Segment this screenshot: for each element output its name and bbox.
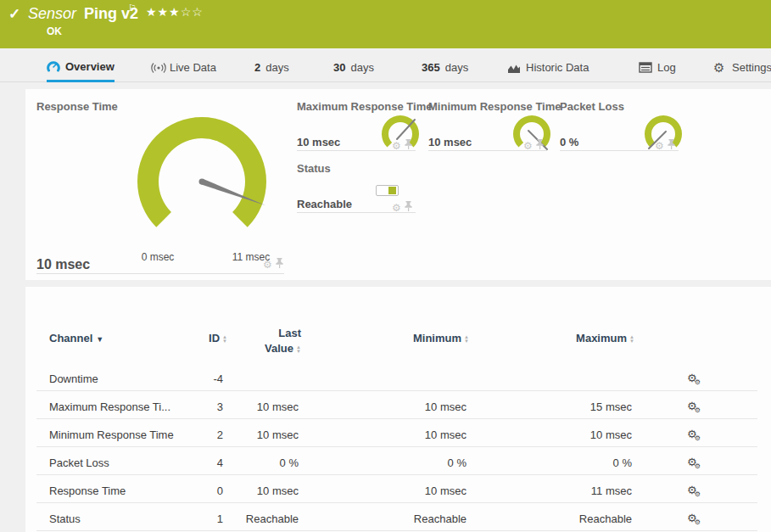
column-header-id[interactable]: ID▲▼ [176,332,227,344]
cell-maximum: Reachable [530,512,632,525]
tab-label: Overview [65,60,115,73]
sort-icon: ▲▼ [464,335,469,344]
channel-settings-icon[interactable]: ⚙⚙ [687,370,703,385]
tab-label: days [445,61,468,74]
gauge-min-response-value: 10 msec [428,136,472,148]
channel-settings-icon[interactable]: ⚙⚙ [687,398,703,413]
gauge-packet-loss-title: Packet Loss [560,100,624,113]
column-header-label: Last [278,327,301,339]
cell-channel: Maximum Response Ti... [49,400,170,413]
column-header-label: ID [209,332,220,344]
cell-channel: Response Time [49,484,126,497]
gauge-icon [47,60,60,72]
status-check-icon: ✓ [8,5,20,23]
tab-historic-data[interactable]: Historic Data [507,53,589,82]
sort-icon: ▲▼ [629,335,634,344]
column-header-minimum[interactable]: Minimum▲▼ [367,332,469,344]
gear-icon: ⚙ [695,434,701,442]
stars-filled: ★★★ [146,5,181,19]
tab-number: 365 [422,61,440,74]
cell-channel: Downtime [49,372,98,385]
gear-icon: ⚙ [695,406,701,414]
gauge-underline [560,150,679,151]
gauge-footer-icons: ⚙ [263,258,283,271]
gauge-status-title: Status [297,162,331,175]
tab-settings[interactable]: ⚙ Settings [713,53,771,82]
channel-settings-icon[interactable]: ⚙⚙ [687,454,703,469]
cell-maximum: 11 msec [530,484,632,497]
gauge-underline [428,150,547,151]
row-divider [36,390,757,391]
historic-data-icon [507,62,521,74]
cell-channel: Packet Loss [49,456,109,469]
gauge-underline [36,273,284,274]
gauge-underline [297,150,416,151]
cell-maximum: 10 msec [530,428,632,441]
pin-icon[interactable] [276,258,283,271]
tab-label: Settings [732,61,771,74]
column-header-label: Value [265,342,293,355]
tab-number: 30 [333,61,345,74]
status-badge: OK [47,25,62,37]
cell-last-value: 10 msec [214,484,299,497]
response-time-gauge [126,105,278,258]
cell-last-value: 0 % [214,456,299,469]
cell-id: -4 [176,372,223,385]
gear-icon[interactable]: ⚙ [263,259,272,271]
log-icon [639,62,652,74]
gear-icon: ⚙ [695,378,701,386]
column-header-channel[interactable]: Channel▼ [49,332,103,344]
gear-icon: ⚙ [713,62,727,74]
column-header-label: Minimum [413,332,461,344]
live-data-icon [151,62,165,74]
gauge-max-response-value: 10 msec [297,136,340,148]
tab-30-days[interactable]: 30 days [333,53,374,82]
flag-icon[interactable]: ⚐ [128,3,137,14]
gauge-response-time-title: Response Time [36,100,118,113]
cell-last-value: Reachable [214,512,299,525]
cell-minimum: 10 msec [365,484,467,497]
tab-number: 2 [254,61,260,74]
tab-label: Historic Data [526,61,589,74]
row-divider [36,502,757,503]
gauge-packet-loss-value: 0 % [560,136,578,148]
sensor-kind-label: Sensor [28,5,76,23]
column-header-label: Channel [49,332,92,344]
row-divider [36,474,757,475]
column-header-last-value[interactable]: Last Value▲▼ [235,326,301,356]
tab-live-data[interactable]: Live Data [151,53,216,82]
sort-icon: ▲▼ [296,345,301,354]
channel-settings-icon[interactable]: ⚙⚙ [687,426,703,441]
gauge-underline [297,212,416,213]
tab-label: Live Data [170,61,216,74]
status-toggle [376,185,399,196]
channel-settings-icon[interactable]: ⚙⚙ [687,510,703,525]
sensor-header: ✓ Sensor Ping v2 ⚐ ★★★☆☆ OK [0,0,771,48]
cell-channel: Status [49,512,81,525]
stars-empty: ☆☆ [181,5,204,19]
tab-label: days [350,61,373,74]
cell-last-value: 10 msec [214,400,299,413]
gear-icon: ⚙ [695,462,701,470]
tab-overview[interactable]: Overview [47,53,115,82]
column-header-label: Maximum [576,332,627,344]
cell-minimum: 0 % [365,456,467,469]
cell-minimum: Reachable [365,512,467,525]
cell-last-value: 10 msec [214,428,299,441]
column-header-maximum[interactable]: Maximum▲▼ [533,332,634,344]
gauge-response-time-value: 10 msec [36,257,90,272]
priority-stars[interactable]: ★★★☆☆ [146,5,204,19]
tab-label: Log [657,61,676,74]
gear-icon: ⚙ [695,518,701,526]
cell-minimum: 10 msec [365,400,467,413]
tab-365-days[interactable]: 365 days [422,53,468,82]
row-divider [36,446,757,447]
channel-settings-icon[interactable]: ⚙⚙ [687,482,703,497]
tab-2-days[interactable]: 2 days [254,53,289,82]
cell-maximum: 15 msec [530,400,632,413]
cell-maximum: 0 % [530,456,632,469]
tab-log[interactable]: Log [639,53,676,82]
gear-icon: ⚙ [695,490,701,498]
row-divider [36,418,757,419]
sort-desc-icon: ▼ [96,335,103,344]
